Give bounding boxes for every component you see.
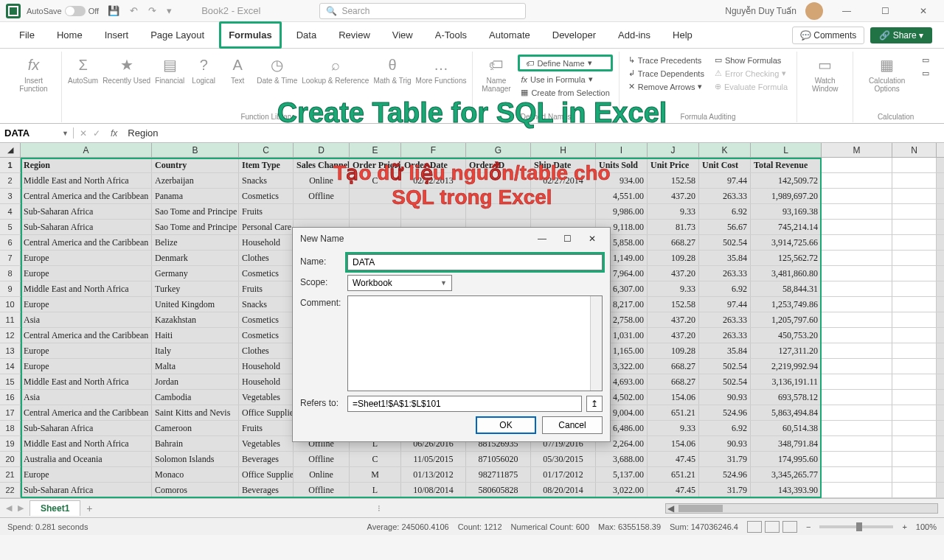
- data-cell[interactable]: 4,551.00: [596, 189, 648, 203]
- row-header[interactable]: 17: [0, 405, 21, 420]
- chevron-down-icon[interactable]: ▼: [62, 130, 69, 137]
- data-cell[interactable]: Kazakhstan: [152, 312, 239, 327]
- data-cell[interactable]: 35.84: [699, 251, 751, 265]
- horizontal-scrollbar[interactable]: ◀: [665, 503, 938, 514]
- data-cell[interactable]: 47.45: [648, 483, 699, 497]
- insert-function-button[interactable]: fxInsert Function: [12, 55, 55, 93]
- header-cell[interactable]: Sales Channel: [294, 158, 350, 172]
- tab-data[interactable]: Data: [289, 24, 324, 46]
- data-cell[interactable]: Online: [294, 467, 350, 482]
- data-cell[interactable]: 3,136,191.11: [751, 374, 822, 389]
- row-header[interactable]: 13: [0, 343, 21, 358]
- data-cell[interactable]: 152.58: [648, 173, 699, 188]
- data-cell[interactable]: 2,219,992.94: [751, 359, 822, 374]
- row-header[interactable]: 15: [0, 374, 21, 389]
- name-field[interactable]: DATA: [347, 254, 603, 270]
- data-cell[interactable]: [401, 189, 466, 203]
- data-cell[interactable]: 97.44: [699, 297, 751, 312]
- data-cell[interactable]: Middle East and North Africa: [21, 436, 152, 451]
- data-cell[interactable]: Europe: [21, 251, 152, 265]
- cancel-button[interactable]: Cancel: [542, 416, 603, 434]
- data-cell[interactable]: Asia: [21, 312, 152, 327]
- data-cell[interactable]: Central America and the Caribbean: [21, 235, 152, 250]
- remove-arrows-button[interactable]: ✕ Remove Arrows ▾: [625, 81, 707, 92]
- data-cell[interactable]: Personal Care: [239, 220, 294, 234]
- normal-view-icon[interactable]: [747, 521, 762, 533]
- header-cell[interactable]: Country: [152, 158, 239, 172]
- data-cell[interactable]: 02/27/2014: [531, 173, 596, 188]
- tab-home[interactable]: Home: [49, 24, 90, 46]
- data-cell[interactable]: Offline: [294, 483, 350, 497]
- data-cell[interactable]: 3,022.00: [596, 483, 648, 497]
- data-cell[interactable]: 08/20/2014: [531, 483, 596, 497]
- error-checking-button[interactable]: ⚠ Error Checking ▾: [712, 68, 791, 79]
- data-cell[interactable]: 11/05/2015: [401, 452, 466, 466]
- data-cell[interactable]: 502.54: [699, 359, 751, 374]
- data-cell[interactable]: 1,205,797.60: [751, 312, 822, 327]
- data-cell[interactable]: Saint Kitts and Nevis: [152, 405, 239, 420]
- data-cell[interactable]: 109.28: [648, 343, 699, 358]
- share-button[interactable]: 🔗 Share ▾: [870, 27, 932, 43]
- data-cell[interactable]: 97.44: [699, 173, 751, 188]
- name-box[interactable]: DATA▼: [0, 127, 74, 139]
- data-cell[interactable]: Household: [239, 235, 294, 250]
- data-cell[interactable]: [401, 204, 466, 219]
- lookup-button[interactable]: ⌕Lookup & Reference: [302, 55, 369, 85]
- data-cell[interactable]: 437.20: [648, 312, 699, 327]
- tab-addins[interactable]: Add-ins: [611, 24, 658, 46]
- data-cell[interactable]: 3,481,860.80: [751, 266, 822, 281]
- col-header[interactable]: M: [822, 143, 892, 157]
- data-cell[interactable]: Cambodia: [152, 390, 239, 405]
- tab-review[interactable]: Review: [331, 24, 378, 46]
- scope-select[interactable]: Workbook▼: [347, 275, 452, 291]
- data-cell[interactable]: Beverages: [239, 483, 294, 497]
- data-cell[interactable]: Online: [294, 173, 350, 188]
- data-cell[interactable]: Sao Tome and Principe: [152, 220, 239, 234]
- data-cell[interactable]: Central America and the Caribbean: [21, 405, 152, 420]
- data-cell[interactable]: 31.79: [699, 483, 751, 497]
- data-cell[interactable]: Sub-Saharan Africa: [21, 220, 152, 234]
- header-cell[interactable]: Unit Price: [648, 158, 699, 172]
- tab-atools[interactable]: A-Tools: [428, 24, 474, 46]
- data-cell[interactable]: Offline: [294, 452, 350, 466]
- data-cell[interactable]: 982711875: [466, 467, 531, 482]
- header-cell[interactable]: Region: [21, 158, 152, 172]
- data-cell[interactable]: 437.20: [648, 328, 699, 343]
- financial-button[interactable]: ▤Financial: [155, 55, 184, 85]
- header-cell[interactable]: Total Revenue: [751, 158, 822, 172]
- data-cell[interactable]: Central America and the Caribbean: [21, 189, 152, 203]
- data-cell[interactable]: Jordan: [152, 374, 239, 389]
- autosave-toggle[interactable]: AutoSave Off: [27, 6, 99, 16]
- data-cell[interactable]: 3,688.00: [596, 452, 648, 466]
- dialog-titlebar[interactable]: New Name — ☐ ✕: [293, 228, 610, 250]
- sheet-nav-prev-icon[interactable]: ◀: [6, 503, 12, 513]
- sheet-tab[interactable]: Sheet1: [30, 500, 80, 516]
- text-button[interactable]: AText: [223, 55, 252, 85]
- data-cell[interactable]: 81.73: [648, 220, 699, 234]
- data-cell[interactable]: 60,514.38: [751, 421, 822, 435]
- autosum-button[interactable]: ΣAutoSum: [68, 55, 98, 85]
- header-cell[interactable]: Units Sold: [596, 158, 648, 172]
- data-cell[interactable]: 6.92: [699, 421, 751, 435]
- data-cell[interactable]: 263.33: [699, 328, 751, 343]
- row-header[interactable]: 5: [0, 220, 21, 234]
- data-cell[interactable]: 1,989,697.20: [751, 189, 822, 203]
- show-formulas-button[interactable]: ▭ Show Formulas: [712, 55, 791, 66]
- data-cell[interactable]: 56.67: [699, 220, 751, 234]
- logical-button[interactable]: ?Logical: [189, 55, 218, 85]
- data-cell[interactable]: 5,137.00: [596, 467, 648, 482]
- data-cell[interactable]: 263.33: [699, 189, 751, 203]
- row-header[interactable]: 7: [0, 251, 21, 265]
- header-cell[interactable]: Unit Cost: [699, 158, 751, 172]
- header-cell[interactable]: Order Date: [401, 158, 466, 172]
- search-input[interactable]: 🔍 Search: [319, 3, 526, 19]
- data-cell[interactable]: 348,791.84: [751, 436, 822, 451]
- data-cell[interactable]: Snacks: [239, 173, 294, 188]
- data-cell[interactable]: 524.96: [699, 467, 751, 482]
- close-button[interactable]: ✕: [909, 1, 938, 21]
- data-cell[interactable]: 3,345,265.77: [751, 467, 822, 482]
- col-header[interactable]: K: [699, 143, 751, 157]
- data-cell[interactable]: 02/22/2013: [401, 173, 466, 188]
- data-cell[interactable]: Europe: [21, 343, 152, 358]
- tab-developer[interactable]: Developer: [545, 24, 603, 46]
